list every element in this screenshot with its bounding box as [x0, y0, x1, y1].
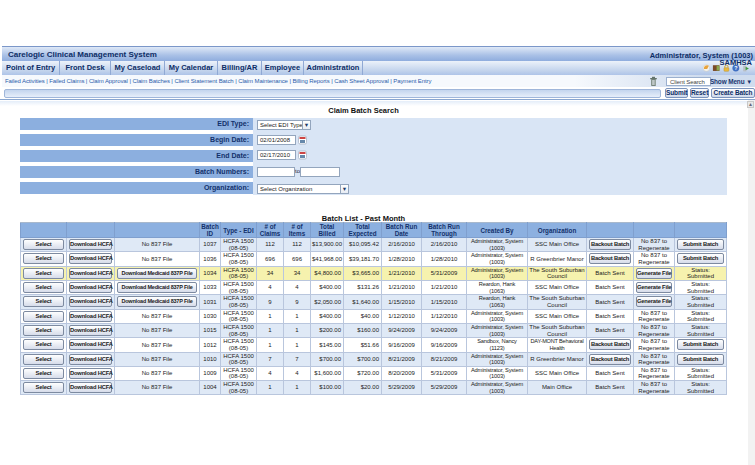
svg-text:?: ? [734, 65, 737, 71]
